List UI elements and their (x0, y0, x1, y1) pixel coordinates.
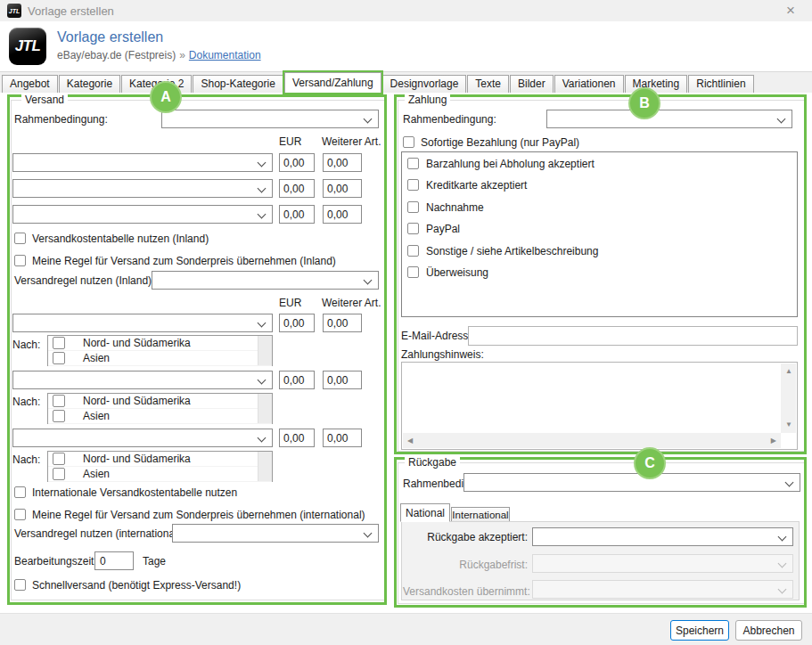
annotation-badge-c: C (634, 447, 666, 479)
tab-variationen[interactable]: Variationen (554, 75, 624, 93)
tab-national[interactable]: National (400, 503, 450, 522)
tab-strip: Angebot Kategorie Kategorie 2 Shop-Kateg… (0, 71, 812, 93)
rueckgabe-legend: Rückgabe (405, 456, 460, 469)
page-title: Vorlage erstellen (57, 29, 163, 45)
annotation-rect-b (394, 94, 807, 454)
page-subtitle: eBay/ebay.de (Festpreis)»Dokumentation (57, 49, 261, 61)
speichern-button[interactable]: Speichern (670, 620, 729, 641)
subtitle-separator: » (179, 49, 185, 61)
dokumentation-link[interactable]: Dokumentation (189, 49, 261, 61)
tab-shop-kategorie[interactable]: Shop-Kategorie (193, 75, 283, 93)
dialog-vorlage-erstellen: JTL Vorlage erstellen × JTL Vorlage erst… (0, 0, 812, 645)
annotation-rect-c (394, 457, 807, 608)
dialog-header: JTL Vorlage erstellen eBay/ebay.de (Fest… (0, 21, 812, 71)
tab-kategorie[interactable]: Kategorie (59, 75, 120, 93)
title-bar: JTL Vorlage erstellen × (0, 0, 812, 21)
annotation-rect-a (7, 94, 387, 605)
close-icon[interactable]: × (777, 1, 804, 20)
tab-texte[interactable]: Texte (467, 75, 509, 93)
tab-richtlinien[interactable]: Richtlinien (688, 75, 753, 93)
tab-designvorlage[interactable]: Designvorlage (382, 75, 467, 93)
jtl-app-icon: JTL (7, 4, 21, 18)
footer-bar: Speichern Abbrechen (0, 613, 812, 645)
tab-angebot[interactable]: Angebot (2, 75, 58, 93)
tab-versand-zahlung[interactable]: Versand/Zahlung (284, 72, 381, 93)
abbrechen-button[interactable]: Abbrechen (735, 620, 802, 641)
window-title: Vorlage erstellen (28, 4, 114, 18)
zahlung-legend: Zahlung (405, 94, 450, 106)
annotation-badge-b: B (628, 87, 660, 119)
jtl-logo: JTL (9, 28, 46, 65)
annotation-badge-a: A (150, 81, 182, 113)
tab-bilder[interactable]: Bilder (510, 75, 554, 93)
subtitle-text: eBay/ebay.de (Festpreis) (57, 49, 176, 61)
versand-legend: Versand (21, 94, 68, 106)
